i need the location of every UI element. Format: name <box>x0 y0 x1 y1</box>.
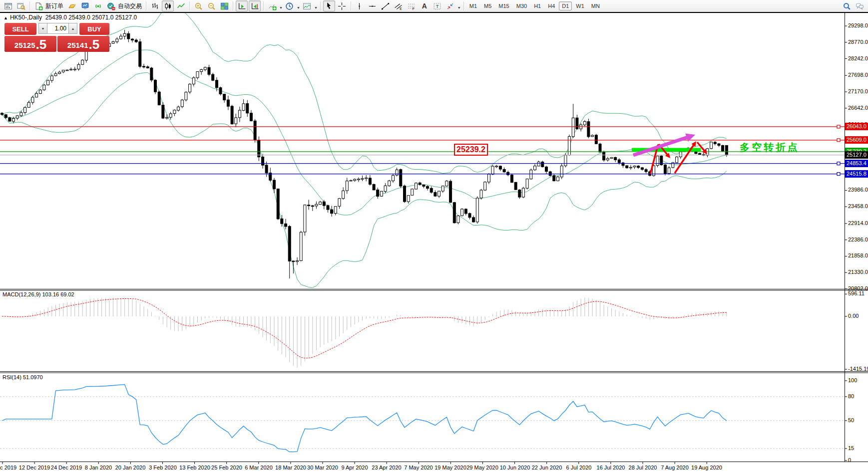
signal-button[interactable] <box>92 0 104 11</box>
x-axis-label: 12 Dec 2019 <box>19 465 50 471</box>
buy-price-main: 25141 <box>67 40 88 51</box>
tile-windows-button[interactable] <box>218 0 230 11</box>
x-axis-label: 28 Jul 2020 <box>629 465 657 471</box>
buy-button[interactable]: BUY <box>79 23 109 35</box>
dropdown-caret-icon[interactable]: ▼ <box>279 6 283 9</box>
line-drag-handle[interactable] <box>837 139 840 142</box>
chart-shift-button[interactable] <box>249 0 261 11</box>
text-label-button[interactable]: T <box>432 0 443 11</box>
auto-scroll-icon <box>238 2 246 10</box>
zoom-out-button[interactable] <box>205 0 217 11</box>
line-drag-handle[interactable] <box>837 173 840 176</box>
dropdown-caret-icon[interactable]: ▼ <box>457 6 461 9</box>
sell-button[interactable]: SELL <box>4 23 36 35</box>
price-tag: 25127.0 <box>845 151 868 159</box>
x-axis-label: 10 Jun 2020 <box>500 465 530 471</box>
horizontal-line-button[interactable] <box>367 0 379 11</box>
toolbar-separator <box>189 1 190 10</box>
text-icon: A <box>420 2 429 10</box>
candle-chart-button[interactable] <box>162 0 174 11</box>
chart-window-icon <box>4 2 12 10</box>
x-axis-label: 6 Jul 2020 <box>566 465 592 471</box>
timeframe-D1-button[interactable]: D1 <box>559 1 572 10</box>
timeframe-H1-button[interactable]: H1 <box>531 1 544 10</box>
timeframe-M5-button[interactable]: M5 <box>481 1 494 10</box>
price-level-callout[interactable]: 25239.2 <box>454 144 488 156</box>
toolbar-separator <box>463 1 464 10</box>
market-watch-button[interactable] <box>15 0 27 11</box>
price-tag: 24515.8 <box>845 170 868 178</box>
vertical-line-button[interactable] <box>354 0 366 11</box>
line-chart-button[interactable] <box>175 0 187 11</box>
timeframe-M30-button[interactable]: M30 <box>513 1 530 10</box>
crosshair-button[interactable] <box>336 0 348 11</box>
svg-text:T: T <box>436 3 439 9</box>
line-drag-handle[interactable] <box>837 125 840 128</box>
bar-chart-button[interactable] <box>149 0 161 11</box>
x-axis-label: 24 Dec 2019 <box>51 465 82 471</box>
fibonacci-button[interactable]: F <box>406 0 418 11</box>
chat-button[interactable] <box>854 0 866 11</box>
templates-button[interactable] <box>301 0 313 11</box>
svg-text:E: E <box>400 6 402 10</box>
turning-point-annotation[interactable]: 多空转折点 <box>740 141 800 154</box>
y-axis-label: 21330.0 <box>848 269 868 275</box>
periods-button[interactable] <box>284 0 296 11</box>
toolbar-button-label[interactable]: 自动交易 <box>118 2 142 10</box>
equidistant-channel-button[interactable]: E <box>393 0 405 11</box>
terminal-icon <box>81 2 89 10</box>
candles-layer <box>1 30 728 278</box>
rsi-axis-label: 15 <box>848 445 854 451</box>
sell-price-button[interactable]: 25125 .5 <box>4 36 56 52</box>
line-chart-icon <box>177 2 185 10</box>
search-button[interactable] <box>841 0 853 11</box>
market-watch-icon <box>17 2 25 10</box>
x-axis-label: 20 Jan 2020 <box>115 465 146 471</box>
macd-histogram <box>2 297 727 368</box>
y-axis-label: 26642.0 <box>848 105 868 111</box>
indicators-button[interactable] <box>266 0 278 11</box>
volume-input[interactable] <box>47 23 68 34</box>
timeframe-H4-button[interactable]: H4 <box>545 1 558 10</box>
new-order-button[interactable] <box>32 0 44 11</box>
fibonacci-icon: F <box>407 2 416 10</box>
y-axis-label: 27170.0 <box>848 88 868 94</box>
zoom-in-button[interactable] <box>192 0 204 11</box>
periods-icon <box>285 2 294 10</box>
timeframe-M1-button[interactable]: M1 <box>466 1 480 10</box>
buy-price-button[interactable]: 25141 .5 <box>57 36 109 52</box>
trend-line-button[interactable] <box>380 0 392 11</box>
candle-chart-icon <box>164 2 172 10</box>
cursor-button[interactable] <box>323 0 335 11</box>
chart-window-button[interactable] <box>2 0 14 11</box>
autotrading-icon <box>107 2 115 10</box>
auto-scroll-button[interactable] <box>236 0 248 11</box>
x-axis-label: 25 Feb 2020 <box>211 465 242 471</box>
x-axis-label: 2 Dec 2019 <box>0 465 16 471</box>
autotrading-button[interactable] <box>105 0 117 11</box>
arrows-button[interactable] <box>444 0 456 11</box>
gold-button[interactable] <box>66 0 78 11</box>
volume-stepper: ▼ ▲ <box>38 23 77 35</box>
chart-svg <box>0 12 868 473</box>
text-button[interactable]: A <box>419 0 431 11</box>
line-drag-handle[interactable] <box>837 162 840 165</box>
volume-decrease-button[interactable]: ▼ <box>38 23 47 34</box>
volume-increase-button[interactable]: ▲ <box>68 23 77 34</box>
chat-icon <box>856 2 864 10</box>
sell-price-frac: .5 <box>36 38 47 51</box>
dropdown-caret-icon[interactable]: ▼ <box>314 6 318 9</box>
toolbar-button-label[interactable]: 新订单 <box>45 2 63 10</box>
timeframe-MN-button[interactable]: MN <box>588 1 603 10</box>
timeframe-M15-button[interactable]: M15 <box>495 1 512 10</box>
arrows-icon <box>446 2 454 10</box>
x-axis-label: 19 May 2020 <box>434 465 466 471</box>
timeframe-W1-button[interactable]: W1 <box>573 1 587 10</box>
terminal-button[interactable] <box>79 0 91 11</box>
dropdown-caret-icon[interactable]: ▼ <box>297 6 300 9</box>
mt4-terminal: 新订单自动交易▼▼▼EFAT▼M1M5M15M30H1H4D1W1MN ▲HK5… <box>0 0 868 473</box>
bollinger-middle-band <box>2 50 727 215</box>
chart-canvas[interactable] <box>0 12 868 473</box>
y-axis-label: 27698.0 <box>848 72 868 78</box>
bar-chart-icon <box>151 2 159 10</box>
